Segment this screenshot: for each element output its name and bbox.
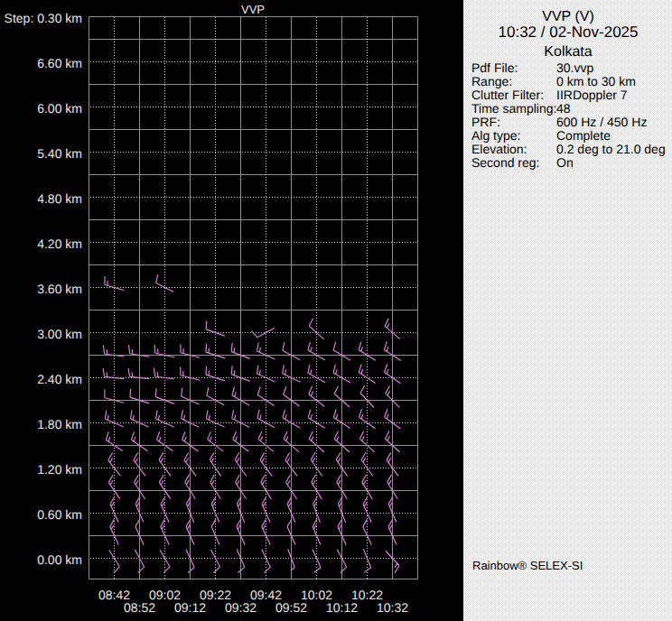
svg-text:4.20 km: 4.20 km bbox=[37, 236, 82, 251]
svg-text:3.60 km: 3.60 km bbox=[37, 282, 82, 296]
svg-text:10:32: 10:32 bbox=[377, 600, 408, 615]
svg-text:1.80 km: 1.80 km bbox=[37, 417, 82, 431]
svg-text:Clutter Filter:: Clutter Filter: bbox=[471, 88, 544, 102]
svg-text:09:52: 09:52 bbox=[275, 600, 307, 615]
svg-text:6.60 km: 6.60 km bbox=[37, 56, 82, 70]
svg-text:Range:: Range: bbox=[471, 74, 512, 88]
svg-text:5.40 km: 5.40 km bbox=[37, 146, 82, 161]
svg-text:10:32 / 02-Nov-2025: 10:32 / 02-Nov-2025 bbox=[499, 23, 639, 41]
svg-text:0.2 deg to 21.0 deg: 0.2 deg to 21.0 deg bbox=[556, 142, 666, 156]
svg-text:08:52: 08:52 bbox=[124, 600, 155, 615]
svg-text:Alg type:: Alg type: bbox=[471, 128, 520, 143]
svg-text:0 km to 30 km: 0 km to 30 km bbox=[556, 74, 636, 88]
svg-text:VVP: VVP bbox=[241, 3, 265, 16]
svg-text:Time sampling:: Time sampling: bbox=[471, 101, 556, 116]
svg-text:Elevation:: Elevation: bbox=[471, 142, 527, 156]
svg-text:Complete: Complete bbox=[556, 128, 611, 143]
svg-text:On: On bbox=[556, 155, 574, 170]
svg-text:09:12: 09:12 bbox=[174, 600, 206, 615]
svg-text:IIRDoppler 7: IIRDoppler 7 bbox=[556, 88, 628, 102]
svg-text:10:12: 10:12 bbox=[326, 600, 358, 615]
svg-text:Second reg:: Second reg: bbox=[471, 155, 540, 170]
svg-text:Step: 0.30 km: Step: 0.30 km bbox=[5, 11, 82, 25]
svg-text:3.00 km: 3.00 km bbox=[37, 327, 82, 341]
svg-text:600 Hz / 450 Hz: 600 Hz / 450 Hz bbox=[556, 115, 647, 129]
svg-text:2.40 km: 2.40 km bbox=[37, 372, 82, 386]
svg-text:6.00 km: 6.00 km bbox=[37, 101, 82, 116]
svg-text:4.80 km: 4.80 km bbox=[37, 191, 82, 206]
svg-text:Kolkata: Kolkata bbox=[544, 44, 592, 60]
svg-text:1.20 km: 1.20 km bbox=[37, 462, 82, 477]
svg-text:PRF:: PRF: bbox=[471, 115, 500, 129]
svg-text:09:32: 09:32 bbox=[225, 600, 257, 615]
svg-text:0.00 km: 0.00 km bbox=[37, 552, 82, 567]
svg-text:VVP (V): VVP (V) bbox=[542, 9, 594, 24]
svg-text:Rainbow® SELEX-SI: Rainbow® SELEX-SI bbox=[472, 559, 583, 572]
svg-text:30.vvp: 30.vvp bbox=[556, 60, 593, 75]
svg-text:Pdf File:: Pdf File: bbox=[471, 60, 518, 75]
svg-text:48: 48 bbox=[556, 101, 571, 116]
svg-text:0.60 km: 0.60 km bbox=[37, 507, 82, 522]
